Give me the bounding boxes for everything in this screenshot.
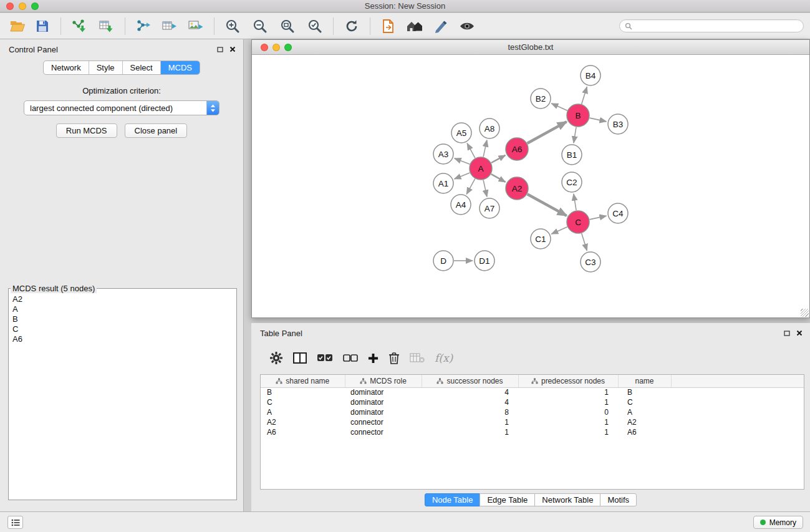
table-cell[interactable]: 4 [422, 387, 518, 397]
mcds-result-item[interactable]: A6 [12, 334, 233, 344]
zoom-in-button[interactable] [221, 15, 244, 37]
home-button[interactable] [403, 15, 426, 37]
mcds-result-item[interactable]: B [12, 314, 233, 324]
table-cell[interactable]: connector [345, 427, 422, 437]
network-window-titlebar[interactable]: testGlobe.txt [252, 40, 809, 55]
column-header-successor-nodes[interactable]: successor nodes [422, 375, 518, 387]
import-table-button[interactable] [95, 15, 118, 37]
graph-node[interactable]: D1 [475, 251, 494, 271]
add-column-button[interactable] [368, 353, 378, 364]
criterion-dropdown[interactable]: largest connected component (directed) [24, 100, 219, 115]
tab-mcds[interactable]: MCDS [160, 61, 200, 74]
close-panel-button[interactable]: Close panel [125, 123, 188, 138]
column-header-predecessor-nodes[interactable]: predecessor nodes [518, 375, 618, 387]
table-cell[interactable]: dominator [345, 397, 422, 407]
tab-node-table[interactable]: Node Table [425, 493, 481, 506]
show-columns-button[interactable] [293, 352, 307, 364]
graph-node[interactable]: C2 [562, 172, 582, 192]
graph-edge[interactable] [590, 216, 607, 220]
table-cell[interactable]: connector [345, 417, 422, 427]
tab-style[interactable]: Style [89, 61, 122, 74]
search-box[interactable] [619, 19, 804, 32]
graph-edge[interactable] [590, 118, 607, 122]
graph-edge[interactable] [528, 122, 567, 143]
graph-node[interactable]: A3 [433, 144, 453, 164]
tab-select[interactable]: Select [122, 61, 160, 74]
graph-node[interactable]: A6 [506, 138, 528, 160]
export-table-button[interactable] [158, 15, 181, 37]
table-cell[interactable]: 1 [422, 427, 518, 437]
table-cell[interactable]: C [618, 397, 671, 407]
graph-edge[interactable] [574, 127, 576, 143]
graph-node[interactable]: A8 [480, 118, 499, 138]
export-image-button[interactable] [185, 15, 207, 37]
refresh-button[interactable] [340, 15, 363, 37]
deselect-all-rows-button[interactable] [343, 354, 358, 362]
function-builder-button[interactable]: f(x) [435, 352, 453, 364]
table-row[interactable]: Adominator80A [261, 407, 804, 417]
run-mcds-button[interactable]: Run MCDS [56, 123, 117, 138]
table-cell[interactable]: 1 [518, 427, 618, 437]
graph-edge[interactable] [483, 140, 487, 157]
save-session-button[interactable] [31, 15, 54, 37]
zoom-network-window-button[interactable] [284, 44, 292, 51]
show-hide-button[interactable] [456, 15, 478, 37]
table-row[interactable]: A6connector11A6 [261, 427, 804, 437]
table-cell[interactable]: A2 [261, 417, 345, 427]
table-cell[interactable]: 1 [518, 397, 618, 407]
mcds-result-item[interactable]: C [12, 324, 233, 334]
graph-node[interactable]: B2 [531, 89, 551, 109]
column-header-shared-name[interactable]: shared name [261, 375, 345, 387]
mcds-result-item[interactable]: A [12, 304, 233, 314]
table-cell[interactable]: 1 [422, 417, 518, 427]
graph-edge[interactable] [483, 180, 487, 197]
table-cell[interactable]: dominator [345, 407, 422, 417]
table-cell[interactable]: A [618, 407, 671, 417]
graph-edge[interactable] [582, 233, 587, 251]
table-cell[interactable]: 8 [422, 407, 518, 417]
table-row[interactable]: A2connector11A2 [261, 417, 804, 427]
graph-edge[interactable] [466, 179, 475, 195]
graph-node[interactable]: C1 [531, 229, 551, 249]
graph-edge[interactable] [467, 143, 475, 158]
close-network-window-button[interactable] [261, 44, 268, 51]
import-network-button[interactable] [68, 15, 90, 37]
show-panels-button[interactable] [7, 516, 23, 529]
graph-node[interactable]: B4 [581, 65, 600, 85]
open-session-button[interactable] [6, 15, 29, 37]
graph-edge[interactable] [582, 87, 587, 104]
graph-edge[interactable] [551, 227, 567, 234]
column-header-mcds-role[interactable]: MCDS role [345, 375, 422, 387]
table-settings-button[interactable] [269, 351, 283, 365]
mcds-result-item[interactable]: A2 [12, 294, 233, 304]
graph-node[interactable]: B1 [562, 145, 582, 165]
table-row[interactable]: Cdominator41C [261, 397, 804, 407]
graph-node[interactable]: A7 [480, 198, 499, 218]
graph-edge[interactable] [574, 194, 576, 210]
graph-node[interactable]: C4 [608, 203, 628, 223]
graph-edge[interactable] [455, 158, 470, 164]
select-all-rows-button[interactable] [317, 354, 333, 362]
graph-node[interactable]: A2 [506, 177, 528, 200]
graph-edge[interactable] [491, 174, 506, 182]
table-cell[interactable]: 1 [518, 417, 618, 427]
zoom-app-button[interactable] [31, 2, 39, 10]
column-header-name[interactable]: name [618, 375, 671, 387]
graph-edge[interactable] [455, 173, 470, 179]
tab-network-table[interactable]: Network Table [534, 493, 600, 506]
minimize-app-button[interactable] [19, 2, 26, 10]
apply-style-button[interactable] [430, 15, 452, 37]
tab-edge-table[interactable]: Edge Table [480, 493, 535, 506]
undock-control-panel-button[interactable] [217, 47, 223, 52]
close-app-button[interactable] [6, 2, 14, 10]
tab-network[interactable]: Network [44, 61, 89, 74]
copy-view-button[interactable] [377, 15, 400, 37]
window-resize-grip[interactable] [801, 309, 809, 317]
graph-node[interactable]: A5 [451, 123, 471, 143]
table-row[interactable]: Bdominator41B [261, 387, 804, 397]
zoom-out-button[interactable] [249, 15, 271, 37]
table-cell[interactable]: 4 [422, 397, 518, 407]
minimize-network-window-button[interactable] [272, 44, 280, 51]
table-cell[interactable]: A [261, 407, 345, 417]
graph-node[interactable]: A4 [451, 195, 471, 215]
